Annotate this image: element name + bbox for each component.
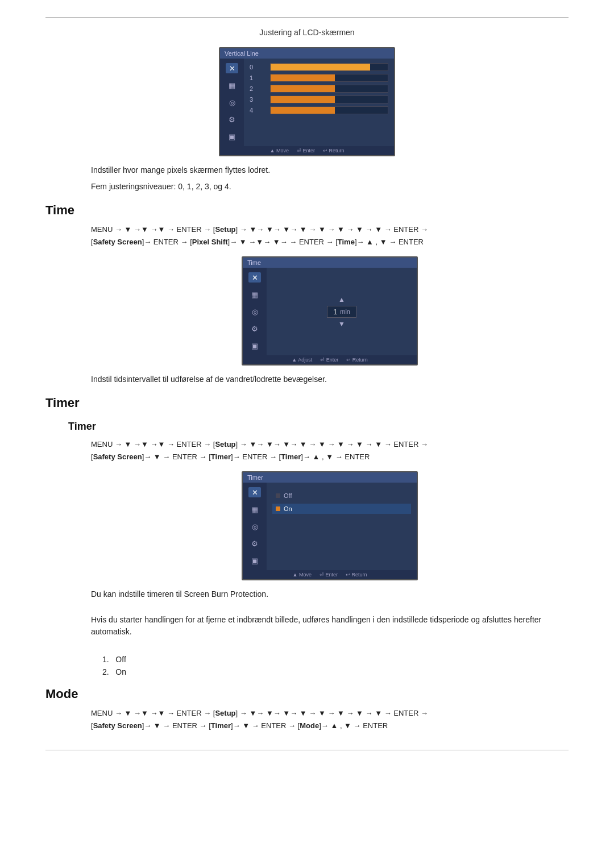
top-border	[45, 17, 569, 18]
timer-main-heading: Timer	[45, 396, 569, 410]
row-label-1: 1	[250, 74, 267, 81]
time-arrow-up: ▲	[338, 296, 345, 304]
screen-titlebar-time: Time	[243, 258, 417, 268]
bar-fill-0	[271, 64, 370, 70]
screen-row-1: 1	[250, 74, 388, 82]
timer-label-on: On	[284, 505, 292, 512]
sidebar-icon-5: ▣	[226, 131, 238, 142]
screen-title-timer: Timer	[247, 474, 263, 481]
timer-main-content: Off On	[267, 483, 417, 570]
time-sidebar-icon-4: ⚙	[248, 323, 261, 334]
row-label-2: 2	[250, 85, 267, 92]
timer-list-item-1: 1. Off	[102, 655, 569, 664]
time-content: MENU → ▼ →▼ →▼ → ENTER → [Setup] → ▼→ ▼→…	[91, 223, 569, 385]
footer-return-t: ↩ Return	[346, 357, 368, 363]
screen-titlebar-vertical: Vertical Line	[220, 48, 394, 59]
time-control: ▲ 1 min ▼	[327, 296, 356, 328]
screen-row-2: 2	[250, 85, 388, 93]
footer-enter-v: ⏎ Enter	[297, 148, 315, 153]
screen-titlebar-timer: Timer	[243, 472, 417, 483]
time-unit: min	[340, 308, 350, 315]
screen-body-timer: ✕ ▦ ◎ ⚙ ▣ Off On	[243, 483, 417, 570]
bar-fill-2	[271, 85, 335, 92]
timer-desc1: Du kan indstille timeren til Screen Burn…	[91, 588, 569, 600]
footer-enter-tm: ⏎ Enter	[320, 572, 338, 578]
mode-content: MENU → ▼ →▼ →▼ → ENTER → [Setup] → ▼→ ▼→…	[91, 707, 569, 732]
time-desc: Indstil tidsintervallet til udførelse af…	[91, 373, 569, 385]
footer-move-tm: ▲ Move	[293, 572, 312, 578]
row-label-3: 3	[250, 96, 267, 103]
bar-container-1	[270, 74, 388, 82]
screen-sidebar-vertical: ✕ ▦ ◎ ⚙ ▣	[220, 59, 244, 146]
screen-content-vertical: 0 1 2	[244, 59, 394, 146]
time-main-content: ▲ 1 min ▼	[267, 268, 417, 355]
timer-menu-row-off: Off	[272, 491, 411, 501]
vertical-line-screen: Vertical Line ✕ ▦ ◎ ⚙ ▣ 0	[219, 47, 395, 156]
timer-label-off: Off	[284, 492, 292, 499]
timer-dot-off	[276, 493, 280, 498]
sidebar-icon-4: ⚙	[226, 114, 238, 124]
vertical-line-screen-container: Vertical Line ✕ ▦ ◎ ⚙ ▣ 0	[45, 47, 569, 156]
timer-sidebar-icon-5: ▣	[248, 555, 261, 566]
timer-screen-container: Timer ✕ ▦ ◎ ⚙ ▣ Off	[91, 471, 569, 580]
page-title: Justering af LCD-skærmen	[45, 28, 569, 37]
footer-adjust-t: ▲ Adjust	[292, 357, 312, 363]
bar-fill-3	[271, 96, 335, 103]
bar-container-2	[270, 85, 388, 93]
screen-footer-timer: ▲ Move ⏎ Enter ↩ Return	[243, 570, 417, 579]
timer-nav: MENU → ▼ →▼ →▼ → ENTER → [Setup] → ▼→ ▼→…	[91, 438, 569, 463]
time-arrow-down: ▼	[338, 320, 345, 328]
bar-container-4	[270, 106, 388, 114]
timer-sidebar-icon-4: ⚙	[248, 538, 261, 549]
time-sidebar-icon-5: ▣	[248, 340, 261, 351]
screen-row-0: 0	[250, 63, 388, 71]
time-sidebar-icon-2: ▦	[248, 289, 261, 300]
timer-dot-on	[276, 506, 280, 511]
timer-menu-row-on: On	[272, 504, 411, 514]
time-value: 1	[333, 308, 337, 316]
vertical-desc-section: Indstiller hvor mange pixels skærmen fly…	[91, 164, 569, 193]
timer-content: MENU → ▼ →▼ →▼ → ENTER → [Setup] → ▼→ ▼→…	[91, 438, 569, 676]
page: Justering af LCD-skærmen Vertical Line ✕…	[0, 0, 614, 773]
bottom-border	[45, 750, 569, 750]
screen-sidebar-time: ✕ ▦ ◎ ⚙ ▣	[243, 268, 267, 355]
time-nav: MENU → ▼ →▼ →▼ → ENTER → [Setup] → ▼→ ▼→…	[91, 223, 569, 248]
timer-sub-heading: Timer	[68, 421, 569, 433]
sidebar-icon-1: ✕	[226, 63, 238, 73]
row-label-4: 4	[250, 107, 267, 114]
mode-heading: Mode	[45, 687, 569, 701]
screen-row-4: 4	[250, 106, 388, 114]
timer-screen: Timer ✕ ▦ ◎ ⚙ ▣ Off	[242, 471, 418, 580]
bar-container-3	[270, 95, 388, 103]
time-sidebar-icon-3: ◎	[248, 306, 261, 317]
footer-move-v: ▲ Move	[270, 148, 289, 153]
row-label-0: 0	[250, 64, 267, 70]
vertical-desc1: Indstiller hvor mange pixels skærmen fly…	[91, 164, 569, 176]
footer-return-tm: ↩ Return	[346, 572, 367, 578]
footer-enter-t: ⏎ Enter	[320, 357, 338, 363]
screen-body-time: ✕ ▦ ◎ ⚙ ▣ ▲ 1 min ▼	[243, 268, 417, 355]
mode-nav: MENU → ▼ →▼ →▼ → ENTER → [Setup] → ▼→ ▼→…	[91, 707, 569, 732]
screen-title-time: Time	[247, 259, 261, 266]
time-value-box: 1 min	[327, 306, 356, 318]
screen-footer-time: ▲ Adjust ⏎ Enter ↩ Return	[243, 355, 417, 364]
timer-sidebar-icon-2: ▦	[248, 504, 261, 514]
footer-return-v: ↩ Return	[323, 148, 345, 153]
bar-container-0	[270, 63, 388, 71]
screen-title-vertical: Vertical Line	[225, 50, 259, 57]
screen-footer-vertical: ▲ Move ⏎ Enter ↩ Return	[220, 146, 394, 155]
bar-fill-4	[271, 107, 335, 114]
timer-list-item-2: 2. On	[102, 667, 569, 676]
bar-fill-1	[271, 74, 335, 81]
timer-desc2: Hvis du starter handlingen for at fjerne…	[91, 614, 569, 638]
sidebar-icon-3: ◎	[226, 97, 238, 107]
timer-sidebar-icon-3: ◎	[248, 521, 261, 531]
time-screen-container: Time ✕ ▦ ◎ ⚙ ▣ ▲ 1	[91, 256, 569, 366]
screen-sidebar-timer: ✕ ▦ ◎ ⚙ ▣	[243, 483, 267, 570]
time-sidebar-icon-1: ✕	[248, 272, 261, 283]
sidebar-icon-2: ▦	[226, 80, 238, 90]
time-heading: Time	[45, 203, 569, 218]
vertical-desc2: Fem justeringsniveauer: 0, 1, 2, 3, og 4…	[91, 181, 569, 193]
timer-sidebar-icon-1: ✕	[248, 487, 261, 497]
time-screen: Time ✕ ▦ ◎ ⚙ ▣ ▲ 1	[242, 256, 418, 366]
